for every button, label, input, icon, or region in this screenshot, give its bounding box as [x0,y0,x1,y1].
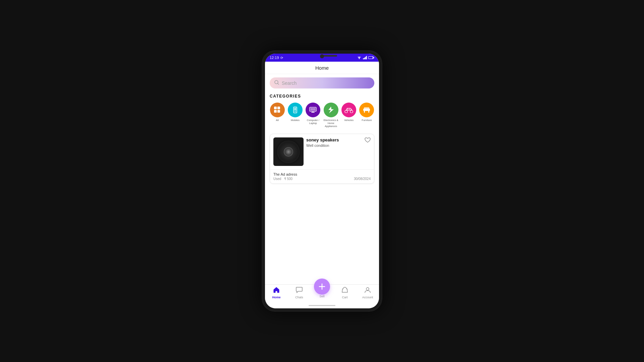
svg-line-9 [278,83,279,84]
category-all-icon [270,103,285,117]
category-mobiles[interactable]: Mobiles [287,103,303,128]
categories-row: All Mobiles [270,103,374,128]
category-furniture[interactable]: Furniture [359,103,374,128]
app-header: Home [265,62,379,74]
svg-rect-18 [310,108,316,111]
home-icon [273,287,280,295]
category-all-label: All [276,119,278,122]
svg-rect-6 [374,57,374,58]
wifi-icon [357,56,362,59]
category-all[interactable]: All [270,103,285,128]
nav-cart[interactable]: Cart [333,287,356,299]
nav-home[interactable]: Home [265,287,288,299]
product-address: The Ad adress [273,172,297,176]
product-status: Used [273,177,281,181]
product-card-bottom: The Ad adress Used ₹ 500 30/08/2024 [270,169,374,183]
svg-marker-21 [328,107,334,113]
chats-icon [296,287,303,295]
svg-rect-11 [277,107,280,109]
cart-icon [341,287,348,295]
content-area: Search CATEGORIES [265,74,379,284]
phone-frame: 12:19 ⟳ [262,50,382,312]
category-electronics-icon [324,103,338,117]
category-mobiles-icon [288,103,303,117]
svg-rect-29 [368,111,369,113]
account-icon [364,287,371,295]
category-vehicles[interactable]: Vehicles [341,103,356,128]
svg-point-0 [359,59,360,59]
nav-home-label: Home [272,296,280,299]
nav-chats[interactable]: Chats [288,287,311,299]
svg-rect-13 [277,110,280,113]
bottom-nav: Home Chats Sell [265,284,379,302]
status-icons [357,56,374,59]
product-date: 30/08/2024 [354,177,371,181]
product-card[interactable]: soney speakers Well condition The Ad adr… [270,134,374,184]
home-indicator [309,305,335,306]
search-icon [274,80,279,86]
svg-rect-1 [363,58,364,59]
category-computer-icon [306,103,320,117]
sync-icon: ⟳ [280,56,283,60]
favorite-button[interactable] [365,137,371,144]
nav-account[interactable]: Account [356,287,379,299]
product-image [273,137,304,166]
category-furniture-icon [359,103,374,117]
svg-rect-7 [369,57,373,59]
category-furniture-label: Furniture [362,119,372,122]
product-info: soney speakers Well condition [304,137,371,166]
product-price: ₹ 500 [284,177,292,181]
header-title: Home [315,65,329,71]
battery-icon [368,56,374,59]
nav-sell[interactable]: Sell [311,288,333,298]
speaker-outer [277,140,300,163]
phone-bottom-bar [265,302,379,308]
category-vehicles-icon [341,103,356,117]
product-title: soney speakers [306,137,368,142]
nav-sell-label: Sell [319,295,324,298]
nav-cart-label: Cart [342,296,347,299]
categories-title: CATEGORIES [270,94,374,99]
category-mobiles-label: Mobiles [291,119,300,122]
status-time: 12:19 ⟳ [270,56,283,60]
svg-rect-16 [294,108,296,111]
product-meta: Used ₹ 500 [273,177,297,181]
search-placeholder-text: Search [282,80,297,86]
svg-rect-28 [364,111,365,113]
svg-point-33 [366,288,369,290]
nav-account-label: Account [362,296,373,299]
search-bar[interactable]: Search [270,77,374,88]
svg-point-22 [345,110,347,113]
svg-rect-26 [363,109,370,111]
category-electronics[interactable]: Electronics & Home Appliances [323,103,338,128]
product-location-info: The Ad adress Used ₹ 500 [273,172,297,181]
category-electronics-label: Electronics & Home Appliances [323,119,338,128]
svg-rect-3 [365,57,366,60]
speaker-inner [284,147,293,157]
signal-icon [363,56,367,59]
product-card-top: soney speakers Well condition [270,134,374,169]
svg-rect-2 [364,58,365,59]
time-display: 12:19 [270,56,279,60]
category-computer-label: Computer / Laptop [306,119,321,125]
categories-section: CATEGORIES All [270,94,374,128]
sell-fab-button[interactable] [314,279,330,295]
phone-screen: 12:19 ⟳ [265,54,379,308]
svg-rect-27 [364,107,369,109]
camera-notch [320,54,324,58]
svg-point-23 [350,110,353,113]
svg-rect-10 [274,107,277,109]
category-vehicles-label: Vehicles [344,119,354,122]
product-condition: Well condition [306,143,368,147]
category-computer[interactable]: Computer / Laptop [306,103,321,128]
nav-chats-label: Chats [295,296,303,299]
svg-rect-4 [366,56,367,59]
svg-rect-12 [274,110,277,113]
